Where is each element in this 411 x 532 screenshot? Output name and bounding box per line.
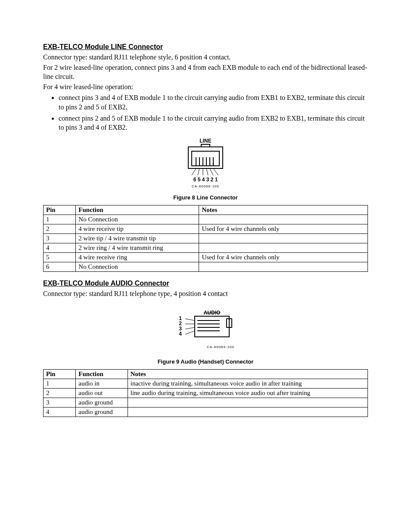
table-row: 32 wire tip / 4 wire transmit tip	[44, 233, 368, 243]
section1-bullets: connect pins 3 and 4 of EXB module 1 to …	[43, 93, 368, 132]
part-number: CA-80089-100	[207, 345, 234, 349]
line-connector-table: Pin Function Notes 1No Connection 24 wir…	[43, 205, 368, 272]
svg-rect-15	[195, 316, 229, 337]
section1-heading: EXB-TELCO Module LINE Connector	[43, 43, 368, 51]
svg-rect-0	[188, 147, 223, 168]
section2-heading: EXB-TELCO Module AUDIO Connector	[43, 280, 368, 287]
audio-label: AUDIO	[204, 310, 221, 316]
th-notes: Notes	[128, 370, 367, 379]
table-row: 42 wire ring / 4 wire transmit ring	[44, 243, 368, 252]
table-row: 1audio ininactive during training, simul…	[44, 379, 368, 389]
svg-line-23	[185, 327, 195, 329]
table-row: 2audio outline audio during training, si…	[44, 389, 368, 398]
pin-num: 4	[179, 331, 182, 337]
svg-line-24	[185, 331, 195, 334]
th-notes: Notes	[199, 205, 368, 215]
audio-connector-table: Pin Function Notes 1audio ininactive dur…	[43, 369, 368, 417]
svg-line-9	[192, 168, 196, 175]
svg-rect-1	[201, 144, 210, 147]
pin-numbers: 6 5 4 3 2 1	[193, 177, 218, 183]
table-row: 4audio ground	[44, 408, 368, 417]
table-row: 3audio ground	[44, 398, 368, 408]
line-label: LINE	[199, 138, 211, 144]
table-row: 54 wire receive ringUsed for 4 wire chan…	[44, 252, 368, 262]
part-number: CA-80088-100	[192, 184, 219, 188]
table-row: 1No Connection	[44, 215, 368, 224]
section2-p1: Connector type: standard RJ11 telephone …	[43, 289, 368, 299]
table-row: 24 wire receive tipUsed for 4 wire chann…	[44, 224, 368, 233]
th-func: Function	[76, 205, 199, 215]
svg-line-13	[210, 168, 213, 175]
section1-p2: For 2 wire leased-line operation, connec…	[43, 63, 368, 81]
svg-line-21	[185, 319, 195, 320]
table-row: 6No Connection	[44, 262, 368, 271]
bullet-item: connect pins 3 and 4 of EXB module 1 to …	[59, 93, 368, 112]
figure9-caption: Figure 9 Audio (Handset) Connector	[43, 358, 368, 365]
svg-line-10	[198, 168, 199, 175]
figure8-caption: Figure 8 Line Connector	[43, 194, 368, 201]
svg-line-14	[213, 168, 218, 175]
th-pin: Pin	[44, 370, 76, 379]
bullet-item: connect pins 2 and 5 of EXB module 1 to …	[59, 114, 368, 132]
section1-p3: For 4 wire leased-line operation:	[43, 82, 368, 92]
figure8-diagram: LINE 6 5 4 3 2 1 CA-80088-100	[43, 137, 368, 191]
svg-line-12	[206, 168, 208, 175]
th-func: Function	[76, 370, 128, 379]
th-pin: Pin	[44, 205, 76, 215]
figure9-diagram: AUDIO 1 2 3 4 CA-80089-100	[43, 310, 368, 355]
section1-p1: Connector type: standard RJ11 telephone …	[43, 53, 368, 62]
